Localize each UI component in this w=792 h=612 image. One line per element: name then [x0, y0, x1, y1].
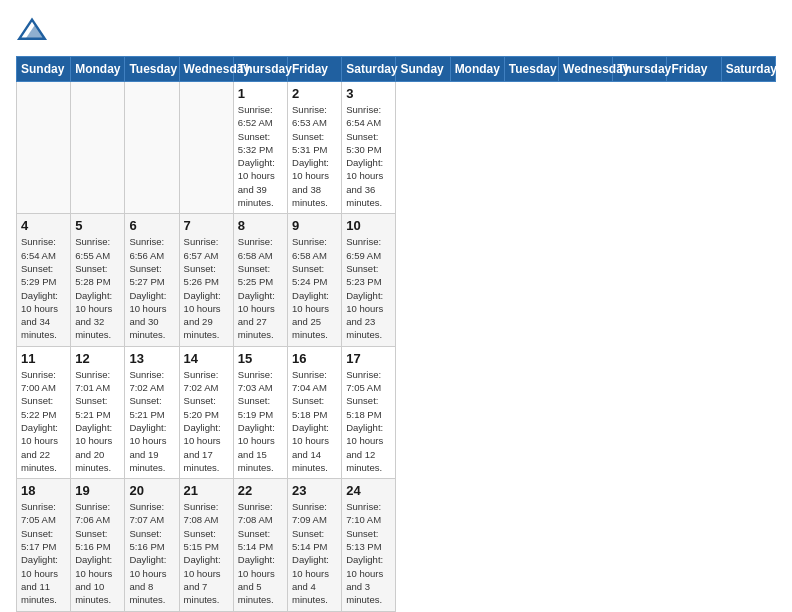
col-header-sunday: Sunday	[17, 57, 71, 82]
calendar-cell: 24Sunrise: 7:10 AM Sunset: 5:13 PM Dayli…	[342, 479, 396, 611]
day-info: Sunrise: 7:02 AM Sunset: 5:21 PM Dayligh…	[129, 368, 174, 474]
calendar-cell	[179, 82, 233, 214]
calendar-week-1: 1Sunrise: 6:52 AM Sunset: 5:32 PM Daylig…	[17, 82, 776, 214]
col-header-sunday: Sunday	[396, 57, 450, 82]
calendar-cell: 21Sunrise: 7:08 AM Sunset: 5:15 PM Dayli…	[179, 479, 233, 611]
calendar-cell: 7Sunrise: 6:57 AM Sunset: 5:26 PM Daylig…	[179, 214, 233, 346]
day-number: 12	[75, 351, 120, 366]
page-header	[16, 16, 776, 44]
day-info: Sunrise: 7:04 AM Sunset: 5:18 PM Dayligh…	[292, 368, 337, 474]
day-number: 15	[238, 351, 283, 366]
day-number: 17	[346, 351, 391, 366]
day-info: Sunrise: 7:08 AM Sunset: 5:15 PM Dayligh…	[184, 500, 229, 606]
day-number: 13	[129, 351, 174, 366]
calendar-cell: 9Sunrise: 6:58 AM Sunset: 5:24 PM Daylig…	[288, 214, 342, 346]
day-info: Sunrise: 7:07 AM Sunset: 5:16 PM Dayligh…	[129, 500, 174, 606]
day-info: Sunrise: 6:58 AM Sunset: 5:25 PM Dayligh…	[238, 235, 283, 341]
col-header-thursday: Thursday	[233, 57, 287, 82]
calendar-cell: 10Sunrise: 6:59 AM Sunset: 5:23 PM Dayli…	[342, 214, 396, 346]
day-info: Sunrise: 6:58 AM Sunset: 5:24 PM Dayligh…	[292, 235, 337, 341]
day-number: 24	[346, 483, 391, 498]
col-header-monday: Monday	[450, 57, 504, 82]
day-info: Sunrise: 6:57 AM Sunset: 5:26 PM Dayligh…	[184, 235, 229, 341]
calendar-table: SundayMondayTuesdayWednesdayThursdayFrid…	[16, 56, 776, 612]
day-info: Sunrise: 7:02 AM Sunset: 5:20 PM Dayligh…	[184, 368, 229, 474]
calendar-week-4: 18Sunrise: 7:05 AM Sunset: 5:17 PM Dayli…	[17, 479, 776, 611]
day-info: Sunrise: 7:01 AM Sunset: 5:21 PM Dayligh…	[75, 368, 120, 474]
day-number: 7	[184, 218, 229, 233]
calendar-cell: 14Sunrise: 7:02 AM Sunset: 5:20 PM Dayli…	[179, 346, 233, 478]
col-header-monday: Monday	[71, 57, 125, 82]
day-number: 22	[238, 483, 283, 498]
day-info: Sunrise: 7:09 AM Sunset: 5:14 PM Dayligh…	[292, 500, 337, 606]
calendar-cell: 23Sunrise: 7:09 AM Sunset: 5:14 PM Dayli…	[288, 479, 342, 611]
day-info: Sunrise: 6:54 AM Sunset: 5:29 PM Dayligh…	[21, 235, 66, 341]
day-number: 20	[129, 483, 174, 498]
day-number: 16	[292, 351, 337, 366]
calendar-cell	[17, 82, 71, 214]
calendar-cell: 13Sunrise: 7:02 AM Sunset: 5:21 PM Dayli…	[125, 346, 179, 478]
day-info: Sunrise: 6:53 AM Sunset: 5:31 PM Dayligh…	[292, 103, 337, 209]
calendar-cell: 19Sunrise: 7:06 AM Sunset: 5:16 PM Dayli…	[71, 479, 125, 611]
day-info: Sunrise: 6:52 AM Sunset: 5:32 PM Dayligh…	[238, 103, 283, 209]
calendar-cell: 16Sunrise: 7:04 AM Sunset: 5:18 PM Dayli…	[288, 346, 342, 478]
calendar-cell: 17Sunrise: 7:05 AM Sunset: 5:18 PM Dayli…	[342, 346, 396, 478]
day-number: 23	[292, 483, 337, 498]
day-info: Sunrise: 7:05 AM Sunset: 5:17 PM Dayligh…	[21, 500, 66, 606]
calendar-header-row: SundayMondayTuesdayWednesdayThursdayFrid…	[17, 57, 776, 82]
day-info: Sunrise: 6:54 AM Sunset: 5:30 PM Dayligh…	[346, 103, 391, 209]
calendar-cell: 6Sunrise: 6:56 AM Sunset: 5:27 PM Daylig…	[125, 214, 179, 346]
calendar-cell: 4Sunrise: 6:54 AM Sunset: 5:29 PM Daylig…	[17, 214, 71, 346]
calendar-week-3: 11Sunrise: 7:00 AM Sunset: 5:22 PM Dayli…	[17, 346, 776, 478]
calendar-cell: 11Sunrise: 7:00 AM Sunset: 5:22 PM Dayli…	[17, 346, 71, 478]
calendar-cell: 22Sunrise: 7:08 AM Sunset: 5:14 PM Dayli…	[233, 479, 287, 611]
day-info: Sunrise: 7:10 AM Sunset: 5:13 PM Dayligh…	[346, 500, 391, 606]
col-header-thursday: Thursday	[613, 57, 667, 82]
day-number: 18	[21, 483, 66, 498]
calendar-cell: 3Sunrise: 6:54 AM Sunset: 5:30 PM Daylig…	[342, 82, 396, 214]
calendar-cell: 5Sunrise: 6:55 AM Sunset: 5:28 PM Daylig…	[71, 214, 125, 346]
logo-icon	[16, 16, 48, 44]
day-info: Sunrise: 7:08 AM Sunset: 5:14 PM Dayligh…	[238, 500, 283, 606]
calendar-cell: 1Sunrise: 6:52 AM Sunset: 5:32 PM Daylig…	[233, 82, 287, 214]
day-number: 8	[238, 218, 283, 233]
day-info: Sunrise: 6:59 AM Sunset: 5:23 PM Dayligh…	[346, 235, 391, 341]
col-header-saturday: Saturday	[342, 57, 396, 82]
day-number: 3	[346, 86, 391, 101]
calendar-cell: 18Sunrise: 7:05 AM Sunset: 5:17 PM Dayli…	[17, 479, 71, 611]
calendar-cell: 15Sunrise: 7:03 AM Sunset: 5:19 PM Dayli…	[233, 346, 287, 478]
day-number: 4	[21, 218, 66, 233]
calendar-cell	[71, 82, 125, 214]
day-number: 14	[184, 351, 229, 366]
col-header-saturday: Saturday	[721, 57, 775, 82]
day-number: 21	[184, 483, 229, 498]
day-info: Sunrise: 7:00 AM Sunset: 5:22 PM Dayligh…	[21, 368, 66, 474]
col-header-tuesday: Tuesday	[125, 57, 179, 82]
day-info: Sunrise: 7:05 AM Sunset: 5:18 PM Dayligh…	[346, 368, 391, 474]
day-number: 11	[21, 351, 66, 366]
calendar-cell: 20Sunrise: 7:07 AM Sunset: 5:16 PM Dayli…	[125, 479, 179, 611]
day-number: 19	[75, 483, 120, 498]
logo	[16, 16, 54, 44]
col-header-wednesday: Wednesday	[179, 57, 233, 82]
col-header-tuesday: Tuesday	[504, 57, 558, 82]
day-number: 5	[75, 218, 120, 233]
day-info: Sunrise: 7:03 AM Sunset: 5:19 PM Dayligh…	[238, 368, 283, 474]
day-number: 10	[346, 218, 391, 233]
day-number: 9	[292, 218, 337, 233]
col-header-friday: Friday	[667, 57, 721, 82]
calendar-cell: 2Sunrise: 6:53 AM Sunset: 5:31 PM Daylig…	[288, 82, 342, 214]
col-header-friday: Friday	[288, 57, 342, 82]
day-info: Sunrise: 7:06 AM Sunset: 5:16 PM Dayligh…	[75, 500, 120, 606]
day-number: 1	[238, 86, 283, 101]
calendar-week-2: 4Sunrise: 6:54 AM Sunset: 5:29 PM Daylig…	[17, 214, 776, 346]
calendar-cell: 8Sunrise: 6:58 AM Sunset: 5:25 PM Daylig…	[233, 214, 287, 346]
day-number: 2	[292, 86, 337, 101]
day-info: Sunrise: 6:56 AM Sunset: 5:27 PM Dayligh…	[129, 235, 174, 341]
day-info: Sunrise: 6:55 AM Sunset: 5:28 PM Dayligh…	[75, 235, 120, 341]
calendar-cell	[125, 82, 179, 214]
calendar-cell: 12Sunrise: 7:01 AM Sunset: 5:21 PM Dayli…	[71, 346, 125, 478]
col-header-wednesday: Wednesday	[559, 57, 613, 82]
day-number: 6	[129, 218, 174, 233]
